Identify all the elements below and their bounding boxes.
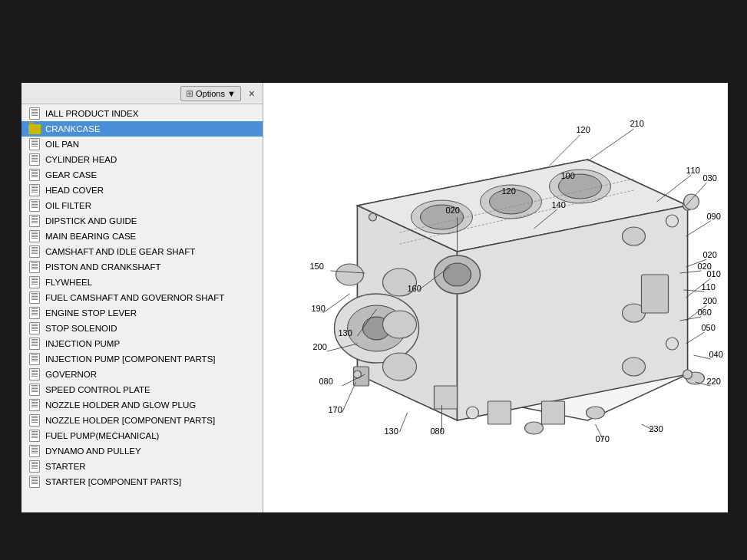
part-label-170: 170 bbox=[329, 405, 342, 414]
part-label-090: 090 bbox=[707, 212, 721, 221]
part-label-210: 210 bbox=[630, 119, 644, 128]
sidebar-item-label: FUEL PUMP(MECHANICAL) bbox=[45, 431, 159, 440]
left-panel: ⊞ Options ▼ × IALL PRODUCT INDEXCRANKCAS… bbox=[21, 83, 263, 512]
sidebar-item-label: PISTON AND CRANKSHAFT bbox=[45, 262, 161, 272]
part-label-140: 140 bbox=[552, 200, 566, 209]
sidebar-item-label: CYLINDER HEAD bbox=[45, 155, 117, 164]
doc-icon bbox=[28, 307, 41, 319]
svg-line-44 bbox=[686, 221, 711, 236]
part-label-120-top: 120 bbox=[577, 125, 590, 134]
part-label-030: 030 bbox=[703, 173, 717, 183]
part-label-020-topmid: 020 bbox=[446, 206, 460, 215]
doc-icon bbox=[28, 230, 41, 242]
doc-icon bbox=[28, 184, 41, 196]
part-label-200-front: 200 bbox=[313, 342, 327, 351]
sidebar-item-nozzle_comp[interactable]: NOZZLE HOLDER [COMPONENT PARTS] bbox=[21, 413, 263, 428]
part-label-070: 070 bbox=[596, 434, 610, 443]
sidebar-item-iall[interactable]: IALL PRODUCT INDEX bbox=[21, 106, 263, 121]
doc-icon bbox=[28, 276, 41, 288]
sidebar-item-injection_pump_comp[interactable]: INJECTION PUMP [COMPONENT PARTS] bbox=[21, 351, 263, 367]
sidebar-item-starter_comp[interactable]: STARTER [COMPONENT PARTS] bbox=[21, 474, 263, 489]
svg-rect-38 bbox=[488, 401, 511, 424]
sidebar-item-dynamo[interactable]: DYNAMO AND PULLEY bbox=[21, 443, 263, 459]
svg-point-33 bbox=[336, 264, 364, 285]
doc-icon bbox=[28, 138, 41, 150]
doc-icon bbox=[28, 292, 41, 304]
close-button[interactable]: × bbox=[247, 87, 256, 100]
sidebar-item-speed_control[interactable]: SPEED CONTROL PLATE bbox=[21, 382, 263, 397]
sidebar-item-label: SPEED CONTROL PLATE bbox=[45, 385, 150, 394]
part-label-190: 190 bbox=[312, 304, 326, 313]
svg-line-40 bbox=[588, 129, 634, 161]
sidebar-item-camshaft[interactable]: CAMSHAFT AND IDLE GEAR SHAFT bbox=[21, 244, 263, 259]
doc-icon bbox=[28, 476, 41, 488]
part-label-050: 050 bbox=[702, 323, 716, 332]
sidebar-item-stop_solenoid[interactable]: STOP SOLENOID bbox=[21, 321, 263, 336]
doc-icon bbox=[28, 338, 41, 350]
sidebar-item-label: GEAR CASE bbox=[45, 170, 97, 180]
sidebar-item-fuel_camshaft[interactable]: FUEL CAMSHAFT AND GOVERNOR SHAFT bbox=[21, 290, 263, 305]
doc-icon bbox=[28, 153, 41, 166]
part-label-120-mid: 120 bbox=[502, 186, 516, 196]
svg-point-18 bbox=[467, 407, 479, 419]
svg-line-62 bbox=[694, 355, 711, 359]
sidebar-item-piston[interactable]: PISTON AND CRANKSHAFT bbox=[21, 259, 263, 275]
part-label-200-right: 200 bbox=[703, 296, 717, 305]
doc-icon bbox=[28, 199, 41, 212]
sidebar-item-crankcase[interactable]: CRANKCASE bbox=[21, 121, 263, 137]
doc-icon bbox=[28, 353, 41, 365]
sidebar-item-flywheel[interactable]: FLYWHEEL bbox=[21, 275, 263, 290]
part-label-130-front: 130 bbox=[339, 328, 352, 338]
diagram-container: 210 120 110 030 090 020 010 200 150 020 … bbox=[263, 83, 728, 512]
sidebar-item-label: ENGINE STOP LEVER bbox=[45, 308, 137, 318]
sidebar-item-head_cover[interactable]: HEAD COVER bbox=[21, 183, 263, 198]
sidebar-item-dipstick[interactable]: DIPSTICK AND GUIDE bbox=[21, 213, 263, 229]
part-label-160: 160 bbox=[408, 284, 421, 293]
sidebar-item-cylinder_head[interactable]: CYLINDER HEAD bbox=[21, 152, 263, 167]
doc-icon bbox=[28, 368, 41, 380]
right-panel: 210 120 110 030 090 020 010 200 150 020 … bbox=[263, 83, 728, 512]
options-button[interactable]: ⊞ Options ▼ bbox=[180, 86, 241, 101]
sidebar-item-label: CRANKCASE bbox=[45, 124, 101, 133]
engine-diagram: 210 120 110 030 090 020 010 200 150 020 … bbox=[263, 83, 728, 512]
sidebar-item-fuel_pump[interactable]: FUEL PUMP(MECHANICAL) bbox=[21, 428, 263, 443]
sidebar-item-oil_filter[interactable]: OIL FILTER bbox=[21, 198, 263, 213]
sidebar-item-label: INJECTION PUMP bbox=[45, 339, 120, 348]
svg-point-15 bbox=[383, 353, 417, 380]
toolbar: ⊞ Options ▼ × bbox=[21, 83, 263, 104]
sidebar-item-nozzle_glow[interactable]: NOZZLE HOLDER AND GLOW PLUG bbox=[21, 397, 263, 413]
sidebar-item-label: OIL FILTER bbox=[45, 201, 91, 210]
part-label-080-mid: 080 bbox=[431, 427, 445, 436]
part-label-230: 230 bbox=[649, 424, 663, 433]
svg-point-31 bbox=[683, 370, 692, 379]
svg-rect-37 bbox=[435, 386, 458, 409]
sidebar-item-main_bearing[interactable]: MAIN BEARING CASE bbox=[21, 229, 263, 244]
part-label-220: 220 bbox=[707, 377, 721, 386]
sidebar-item-gear_case[interactable]: GEAR CASE bbox=[21, 167, 263, 183]
doc-icon bbox=[28, 322, 41, 334]
sidebar-item-injection_pump[interactable]: INJECTION PUMP bbox=[21, 336, 263, 351]
options-label: Options bbox=[196, 89, 225, 98]
sidebar-item-governor[interactable]: GOVERNOR bbox=[21, 367, 263, 382]
part-label-110: 110 bbox=[686, 166, 700, 175]
svg-rect-39 bbox=[542, 401, 565, 424]
svg-point-28 bbox=[369, 213, 377, 221]
svg-point-24 bbox=[587, 407, 605, 419]
svg-point-25 bbox=[525, 422, 544, 434]
part-label-020-midright: 020 bbox=[698, 262, 712, 271]
svg-rect-32 bbox=[642, 275, 669, 313]
dropdown-arrow-icon: ▼ bbox=[227, 89, 236, 98]
svg-point-14 bbox=[383, 311, 417, 338]
doc-icon bbox=[28, 261, 41, 273]
doc-icon bbox=[28, 399, 41, 411]
nav-list[interactable]: IALL PRODUCT INDEXCRANKCASEOIL PANCYLIND… bbox=[21, 104, 263, 512]
part-label-080-left: 080 bbox=[319, 377, 333, 386]
sidebar-item-label: OIL PAN bbox=[45, 140, 79, 149]
svg-point-17 bbox=[666, 338, 679, 350]
sidebar-item-label: NOZZLE HOLDER [COMPONENT PARTS] bbox=[45, 416, 215, 425]
sidebar-item-oil_pan[interactable]: OIL PAN bbox=[21, 137, 263, 152]
part-label-150: 150 bbox=[310, 262, 324, 271]
doc-icon bbox=[28, 169, 41, 181]
sidebar-item-engine_stop[interactable]: ENGINE STOP LEVER bbox=[21, 305, 263, 321]
sidebar-item-starter[interactable]: STARTER bbox=[21, 459, 263, 474]
